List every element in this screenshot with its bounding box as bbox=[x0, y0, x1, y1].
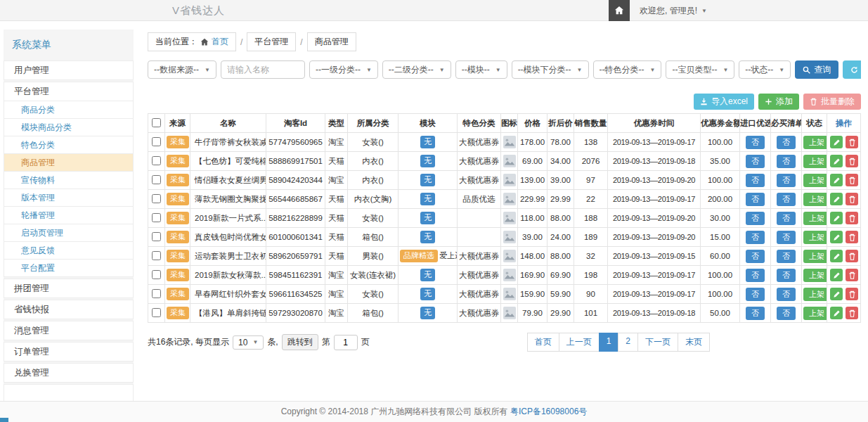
sidebar-item[interactable]: 启动页管理 bbox=[4, 224, 134, 242]
row-checkbox[interactable] bbox=[152, 194, 161, 203]
edit-button[interactable] bbox=[830, 212, 843, 224]
edit-button[interactable] bbox=[830, 269, 843, 281]
add-button[interactable]: 添加 bbox=[758, 94, 799, 110]
import-select-button[interactable]: 否 bbox=[746, 155, 765, 168]
delete-button[interactable] bbox=[846, 136, 858, 148]
filter-select[interactable]: --数据来源--▼ bbox=[148, 60, 216, 79]
edit-button[interactable] bbox=[830, 250, 843, 262]
edit-button[interactable] bbox=[830, 136, 843, 148]
row-checkbox[interactable] bbox=[152, 156, 161, 165]
status-button[interactable]: 上架 bbox=[803, 193, 827, 206]
sidebar-item[interactable]: 拼团管理 bbox=[4, 279, 134, 298]
reset-button[interactable]: 重置 bbox=[843, 60, 861, 79]
delete-button[interactable] bbox=[846, 288, 858, 300]
page-button[interactable]: 首页 bbox=[527, 333, 559, 352]
must-buy-button[interactable]: 否 bbox=[777, 269, 796, 282]
select-all-checkbox[interactable] bbox=[152, 118, 161, 127]
sidebar-item[interactable]: 商品分类 bbox=[4, 101, 134, 119]
row-checkbox[interactable] bbox=[152, 213, 161, 222]
breadcrumb-item-products[interactable]: 商品管理 bbox=[307, 32, 356, 51]
sidebar-item[interactable]: 商品管理 bbox=[4, 153, 134, 172]
sidebar-item[interactable]: 订单管理 bbox=[4, 342, 134, 362]
delete-button[interactable] bbox=[846, 250, 858, 262]
page-number-input[interactable] bbox=[334, 335, 358, 350]
must-buy-button[interactable]: 否 bbox=[777, 155, 796, 168]
search-button[interactable]: 查询 bbox=[795, 60, 838, 79]
sidebar-item[interactable]: 宣传物料 bbox=[4, 171, 134, 189]
edit-button[interactable] bbox=[830, 193, 843, 205]
import-select-button[interactable]: 否 bbox=[746, 231, 765, 244]
delete-button[interactable] bbox=[846, 174, 858, 186]
import-select-button[interactable]: 否 bbox=[746, 136, 765, 149]
import-select-button[interactable]: 否 bbox=[746, 174, 765, 187]
must-buy-button[interactable]: 否 bbox=[777, 174, 796, 187]
sidebar-item[interactable]: 用户管理 bbox=[4, 60, 134, 80]
sidebar-item[interactable]: 版本管理 bbox=[4, 188, 134, 207]
jump-button[interactable]: 跳转到 bbox=[282, 334, 318, 350]
edit-button[interactable] bbox=[830, 307, 843, 319]
import-select-button[interactable]: 否 bbox=[746, 193, 765, 206]
filter-select[interactable]: --二级分类--▼ bbox=[382, 60, 451, 79]
filter-select[interactable]: --模块--▼ bbox=[455, 60, 507, 79]
import-select-button[interactable]: 否 bbox=[746, 250, 765, 263]
sidebar-item[interactable]: 平台管理 bbox=[4, 82, 134, 101]
row-checkbox[interactable] bbox=[152, 308, 161, 317]
delete-button[interactable] bbox=[846, 155, 858, 167]
row-checkbox[interactable] bbox=[152, 232, 161, 241]
sidebar-item[interactable]: 特色分类 bbox=[4, 136, 134, 154]
must-buy-button[interactable]: 否 bbox=[777, 193, 796, 206]
status-button[interactable]: 上架 bbox=[803, 212, 827, 225]
icp-link[interactable]: 粤ICP备16098006号 bbox=[510, 407, 587, 416]
import-excel-button[interactable]: 导入excel bbox=[694, 94, 754, 110]
breadcrumb-item-platform[interactable]: 平台管理 bbox=[247, 32, 296, 51]
status-button[interactable]: 上架 bbox=[803, 269, 827, 282]
page-button[interactable]: 末页 bbox=[678, 333, 710, 352]
home-button[interactable] bbox=[609, 0, 630, 21]
must-buy-button[interactable]: 否 bbox=[777, 250, 796, 263]
import-select-button[interactable]: 否 bbox=[746, 212, 765, 225]
edit-button[interactable] bbox=[830, 174, 843, 186]
row-checkbox[interactable] bbox=[152, 137, 161, 146]
filter-select[interactable]: --特色分类--▼ bbox=[593, 60, 662, 79]
breadcrumb-home-link[interactable]: 首页 bbox=[212, 36, 228, 48]
delete-button[interactable] bbox=[846, 269, 858, 281]
batch-delete-button[interactable]: 批量删除 bbox=[803, 94, 861, 110]
sidebar-item[interactable]: 省钱快报 bbox=[4, 300, 134, 319]
user-menu[interactable]: 欢迎您, 管理员! ▼ bbox=[630, 0, 717, 21]
row-checkbox[interactable] bbox=[152, 251, 161, 260]
page-button[interactable]: 下一页 bbox=[637, 333, 678, 352]
page-button[interactable]: 上一页 bbox=[559, 333, 600, 352]
must-buy-button[interactable]: 否 bbox=[777, 212, 796, 225]
sidebar-item[interactable]: 模块商品分类 bbox=[4, 118, 134, 136]
status-button[interactable]: 上架 bbox=[803, 155, 827, 168]
status-button[interactable]: 上架 bbox=[803, 307, 827, 320]
per-page-select[interactable]: 10 ▼ bbox=[233, 335, 264, 350]
import-select-button[interactable]: 否 bbox=[746, 269, 765, 282]
edit-button[interactable] bbox=[830, 231, 843, 243]
filter-select[interactable]: --一级分类--▼ bbox=[309, 60, 378, 79]
delete-button[interactable] bbox=[846, 307, 858, 319]
must-buy-button[interactable]: 否 bbox=[777, 136, 796, 149]
edit-button[interactable] bbox=[830, 288, 843, 300]
sidebar-item[interactable]: 消息管理 bbox=[4, 321, 134, 340]
status-button[interactable]: 上架 bbox=[803, 136, 827, 149]
sidebar-item[interactable]: 平台配置 bbox=[4, 259, 134, 277]
row-checkbox[interactable] bbox=[152, 175, 161, 184]
status-button[interactable]: 上架 bbox=[803, 288, 827, 301]
name-filter-input[interactable] bbox=[221, 60, 305, 79]
row-checkbox[interactable] bbox=[152, 270, 161, 279]
status-button[interactable]: 上架 bbox=[803, 231, 827, 244]
sidebar-item[interactable]: 意见反馈 bbox=[4, 241, 134, 260]
filter-select[interactable]: --模块下分类--▼ bbox=[512, 60, 589, 79]
must-buy-button[interactable]: 否 bbox=[777, 231, 796, 244]
delete-button[interactable] bbox=[846, 193, 858, 205]
delete-button[interactable] bbox=[846, 212, 858, 224]
filter-select[interactable]: --宝贝类型--▼ bbox=[666, 60, 734, 79]
edit-button[interactable] bbox=[830, 155, 843, 167]
delete-button[interactable] bbox=[846, 231, 858, 243]
filter-select[interactable]: --状态--▼ bbox=[739, 60, 791, 79]
status-button[interactable]: 上架 bbox=[803, 250, 827, 263]
must-buy-button[interactable]: 否 bbox=[777, 288, 796, 301]
import-select-button[interactable]: 否 bbox=[746, 307, 765, 320]
sidebar-item[interactable]: 轮播管理 bbox=[4, 206, 134, 224]
